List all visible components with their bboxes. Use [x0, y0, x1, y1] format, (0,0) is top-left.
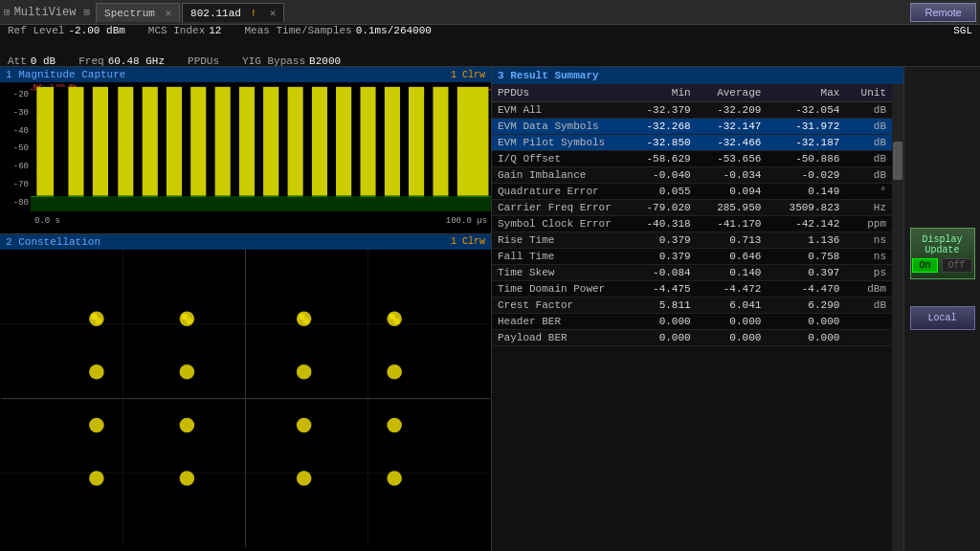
row-max: -32.187 — [767, 135, 845, 151]
svg-point-68 — [297, 471, 312, 486]
du-options: On Off — [912, 258, 971, 273]
row-min: 0.379 — [626, 232, 697, 249]
tab-80211ad-close[interactable]: ✕ — [270, 8, 277, 19]
svg-rect-44 — [376, 87, 385, 197]
svg-rect-28 — [473, 87, 488, 196]
result-panel: 3 Result Summary PPDUs Min Average Max U… — [492, 67, 903, 551]
col-header-name: PPDUs — [492, 84, 626, 102]
row-min: -79.020 — [626, 200, 697, 216]
table-row: EVM All-32.379-32.209-32.054dB — [492, 102, 892, 119]
result-header: 3 Result Summary — [492, 67, 903, 84]
row-min: 0.379 — [626, 249, 697, 265]
svg-rect-38 — [231, 87, 239, 197]
table-row: EVM Data Symbols-32.268-32.147-31.972dB — [492, 119, 892, 135]
display-update-off[interactable]: Off — [942, 258, 972, 273]
display-update-button[interactable]: Display Update On Off — [910, 228, 975, 279]
row-avg: 0.000 — [697, 330, 768, 346]
row-avg: 0.646 — [697, 249, 768, 265]
svg-point-67 — [180, 471, 195, 486]
result-table-container: PPDUs Min Average Max Unit EVM All-32.37… — [492, 84, 892, 551]
svg-rect-29 — [31, 197, 491, 211]
table-row: Carrier Freq Error-79.020285.9503509.823… — [492, 200, 892, 216]
row-unit: ppm — [845, 216, 892, 232]
svg-rect-32 — [84, 87, 93, 197]
result-title: 3 Result Summary — [498, 70, 599, 81]
table-row: Symbol Clock Error-40.318-41.170-42.142p… — [492, 216, 892, 232]
table-row: Time Skew-0.0840.1400.397ps — [492, 265, 892, 281]
row-max: -0.029 — [767, 167, 845, 184]
result-table: PPDUs Min Average Max Unit EVM All-32.37… — [492, 84, 892, 346]
table-row: Fall Time0.3790.6460.758ns — [492, 249, 892, 265]
table-row: Gain Imbalance-0.040-0.034-0.029dB — [492, 167, 892, 184]
display-update-on[interactable]: On — [912, 258, 937, 273]
row-max: -4.470 — [767, 281, 845, 298]
row-name: EVM All — [492, 102, 626, 119]
tab-80211ad[interactable]: 802.11ad ! ✕ — [182, 3, 284, 22]
table-row: Header BER0.0000.0000.000 — [492, 314, 892, 330]
svg-point-65 — [387, 417, 402, 432]
tab-spectrum-close[interactable]: ✕ — [165, 8, 171, 19]
row-max: -42.142 — [767, 216, 845, 232]
row-avg: 6.041 — [697, 298, 768, 314]
svg-point-77 — [393, 318, 400, 324]
row-name: Gain Imbalance — [492, 167, 626, 184]
row-name: Carrier Freq Error — [492, 200, 626, 216]
row-max: -32.054 — [767, 102, 845, 119]
svg-point-64 — [297, 417, 312, 432]
constellation-header: 2 Constellation 1 Clrw — [0, 234, 491, 250]
constellation-svg — [0, 250, 491, 547]
ppdus-item: PPDUs — [188, 55, 219, 67]
row-unit: ° — [845, 184, 892, 200]
svg-point-58 — [89, 364, 104, 380]
svg-rect-46 — [424, 87, 433, 197]
svg-point-75 — [303, 318, 310, 324]
warning-icon: ! — [251, 8, 257, 19]
svg-rect-22 — [336, 87, 351, 196]
ref-level-item: Ref Level -2.00 dBm — [8, 25, 125, 36]
display-update-label: Display Update — [915, 234, 970, 255]
row-avg: 0.000 — [697, 314, 768, 330]
svg-rect-31 — [54, 87, 68, 197]
local-button[interactable]: Local — [910, 306, 975, 330]
meas-time-item: Meas Time/Samples 0.1ms/264000 — [244, 25, 431, 36]
table-row: Quadrature Error0.0550.0940.149° — [492, 184, 892, 200]
side-buttons: Display Update On Off Local — [903, 67, 980, 551]
svg-rect-24 — [385, 87, 400, 196]
tab-spectrum[interactable]: Spectrum ✕ — [96, 3, 180, 22]
row-max: 0.397 — [767, 265, 845, 281]
svg-rect-20 — [287, 87, 302, 196]
grid-icon: ⊞ — [83, 6, 90, 18]
row-max: 0.758 — [767, 249, 845, 265]
row-max: 6.290 — [767, 298, 845, 314]
svg-rect-25 — [409, 87, 424, 196]
magnitude-chart: -20 -30 -40 -50 -60 -70 -80 — [0, 82, 491, 231]
scrollbar[interactable] — [892, 84, 903, 551]
result-content: PPDUs Min Average Max Unit EVM All-32.37… — [492, 84, 903, 551]
scrollbar-thumb[interactable] — [893, 142, 902, 180]
table-row: Time Domain Power-4.475-4.472-4.470dBm — [492, 281, 892, 298]
row-min: -0.084 — [626, 265, 697, 281]
row-name: Payload BER — [492, 330, 626, 346]
remote-button[interactable]: Remote — [910, 3, 976, 22]
col-header-avg: Average — [697, 84, 768, 102]
row-max: 0.149 — [767, 184, 845, 200]
row-unit: dB — [845, 167, 892, 184]
svg-rect-19 — [263, 87, 278, 196]
row-avg: 0.713 — [697, 232, 768, 249]
svg-rect-34 — [134, 87, 143, 197]
row-name: Crest Factor — [492, 298, 626, 314]
svg-rect-39 — [255, 87, 263, 197]
row-max: 3509.823 — [767, 200, 845, 216]
row-name: Fall Time — [492, 249, 626, 265]
row-min: -0.040 — [626, 167, 697, 184]
row-name: Symbol Clock Error — [492, 216, 626, 232]
svg-rect-41 — [303, 87, 312, 197]
info-bar: Ref Level -2.00 dBm MCS Index 12 Meas Ti… — [0, 25, 980, 67]
row-max: 1.136 — [767, 232, 845, 249]
svg-point-61 — [387, 364, 402, 380]
row-min: -4.475 — [626, 281, 697, 298]
row-avg: -53.656 — [697, 151, 768, 167]
svg-point-73 — [186, 318, 192, 324]
row-max: 0.000 — [767, 330, 845, 346]
row-name: Time Skew — [492, 265, 626, 281]
